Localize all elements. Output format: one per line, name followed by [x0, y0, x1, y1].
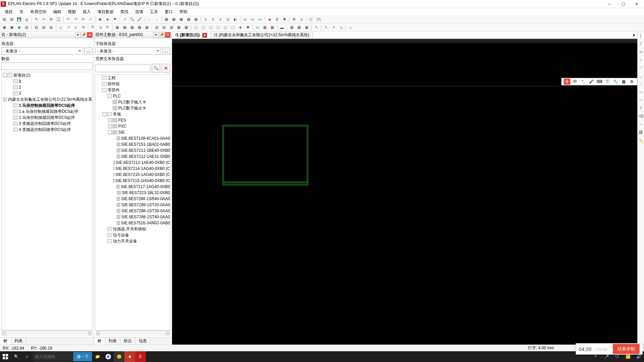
- tb-anchor-icon[interactable]: ◈: [104, 16, 111, 23]
- tree-item[interactable]: 动力开关设备: [96, 238, 170, 244]
- tb2-icon[interactable]: ▤: [40, 24, 47, 31]
- tb-back-icon[interactable]: ←: [146, 16, 153, 23]
- scrollbar-h[interactable]: [1, 330, 92, 336]
- stop-recording-button[interactable]: 结束录制: [613, 344, 640, 354]
- filter-select[interactable]: - 未激活 -: [1, 47, 83, 55]
- tb2-icon[interactable]: ▦: [136, 24, 143, 31]
- tb2-icon[interactable]: ▥: [153, 24, 160, 31]
- tree-toggle-icon[interactable]: -: [3, 97, 5, 101]
- tb2-icon[interactable]: ◈: [237, 24, 244, 31]
- menu-page[interactable]: 页: [16, 8, 27, 15]
- search-icon[interactable]: 🔍: [11, 351, 22, 362]
- tab-combo[interactable]: 组合: [120, 337, 135, 345]
- tree-toggle-icon[interactable]: -: [3, 73, 7, 77]
- tb-undo-icon[interactable]: ↶: [65, 16, 72, 23]
- tb2-icon[interactable]: ⇲: [97, 24, 104, 31]
- menu-insert[interactable]: 插入: [79, 8, 94, 15]
- tb2-icon[interactable]: ▩: [269, 24, 276, 31]
- tb2-icon[interactable]: ✱: [244, 24, 251, 31]
- tree-item[interactable]: SIE.6ES7217-1AG40-0XB0: [96, 184, 170, 190]
- tb-snap4-icon[interactable]: Ω: [225, 16, 231, 23]
- vtb-dim-icon[interactable]: ↔: [638, 121, 644, 128]
- tb2-icon[interactable]: ▦: [144, 24, 150, 31]
- taskbar-search[interactable]: [33, 352, 73, 361]
- tree-item[interactable]: -内蒙古永和氟化工有限公司2×22.5m³h高纯水系: [2, 96, 92, 102]
- tb-open-icon[interactable]: ▤: [8, 16, 15, 23]
- tb-color1-icon[interactable]: ■: [266, 16, 273, 23]
- ime-grid-icon[interactable]: ▦: [620, 79, 627, 85]
- tb-grid5-icon[interactable]: ▦: [193, 16, 199, 23]
- vtb-text-icon[interactable]: T: [638, 105, 644, 111]
- tb-color2-icon[interactable]: Ꭿ: [274, 16, 280, 23]
- tb2-icon[interactable]: ▢: [230, 24, 236, 31]
- tb-view3-icon[interactable]: ▭: [256, 16, 263, 23]
- tab-info[interactable]: 信息: [135, 337, 151, 345]
- panel-dropdown-icon[interactable]: ▾: [75, 32, 80, 38]
- ime-skin-icon[interactable]: 👕: [604, 79, 611, 85]
- tree-item[interactable]: SIE.6ES7215-1HG40-0XB0 (C: [96, 178, 170, 184]
- tb-edit-icon[interactable]: ✎: [33, 16, 40, 23]
- vtb-arc-icon[interactable]: ◠: [638, 64, 644, 71]
- value-input[interactable]: [1, 62, 92, 70]
- tb2-icon[interactable]: ▤: [33, 24, 40, 31]
- doc-tab-close-icon[interactable]: ✕: [202, 33, 207, 38]
- tree-toggle-icon[interactable]: -: [103, 112, 107, 116]
- tb2-icon[interactable]: ▦: [288, 24, 295, 31]
- tb2-icon[interactable]: ▢: [222, 24, 229, 31]
- tb-cart-icon[interactable]: 🛒: [308, 16, 315, 23]
- tree-item[interactable]: SIE.6ES7215-1AG40-0XB0 (C: [96, 172, 170, 178]
- tree-item[interactable]: 2 马保控制抽屉回路带DCS起停: [2, 115, 92, 121]
- tree-item[interactable]: SIE.6ES7288-1ST20-0AA0: [96, 202, 170, 208]
- vtb-arc2-icon[interactable]: ◡: [638, 73, 644, 79]
- tree-toggle-icon[interactable]: -: [108, 130, 112, 134]
- tb2-icon[interactable]: ↙: [72, 24, 79, 31]
- tb-grid2-icon[interactable]: ▦: [170, 16, 177, 23]
- tb2-icon[interactable]: ▩: [175, 24, 182, 31]
- tb-view1-icon[interactable]: ▭: [242, 16, 248, 23]
- tb2-icon[interactable]: ▬: [279, 24, 285, 31]
- tb2-icon[interactable]: ▣: [8, 24, 15, 31]
- vtb-erase-icon[interactable]: ⌫: [638, 113, 644, 120]
- tree-item[interactable]: SIE.6ES7288-1ST30-0AA0: [96, 208, 170, 214]
- tb-snap3-icon[interactable]: #: [217, 16, 224, 23]
- tb2-icon[interactable]: ⟐: [347, 24, 354, 31]
- tree-item[interactable]: PLC数字输出卡: [96, 105, 170, 111]
- tab-list[interactable]: 列表: [11, 337, 26, 345]
- tree-item[interactable]: -SIE: [96, 129, 170, 135]
- explorer-icon[interactable]: 📁: [92, 351, 103, 362]
- tb2-icon[interactable]: ▩: [183, 24, 190, 31]
- menu-projectdata[interactable]: 项目数据: [94, 8, 117, 15]
- menu-options[interactable]: 选项: [132, 8, 147, 15]
- minimize-button[interactable]: ─: [603, 0, 616, 8]
- tb-grid1-icon[interactable]: ▦: [163, 16, 170, 23]
- menu-project[interactable]: 项目: [1, 8, 16, 15]
- tree-item[interactable]: SIE.6ES7214-1AG40-0XB0 (C: [96, 166, 170, 172]
- tab-tree[interactable]: 树: [94, 337, 105, 345]
- start-button[interactable]: [0, 351, 11, 362]
- taskbar-search-button[interactable]: 搜一下: [73, 352, 92, 361]
- menu-layout[interactable]: 布局空间: [27, 8, 50, 15]
- vtb-measure-icon[interactable]: 📏: [638, 137, 644, 144]
- tb2-icon[interactable]: ▦: [114, 24, 121, 31]
- tb-format-icon[interactable]: ✓: [87, 16, 94, 23]
- tb-paste-icon[interactable]: 📋: [55, 16, 62, 23]
- menu-window[interactable]: 窗口: [161, 8, 176, 15]
- tb-snap2-icon[interactable]: #: [210, 16, 216, 23]
- vtb-line-icon[interactable]: │: [638, 32, 644, 39]
- tb-view2-icon[interactable]: ▭: [249, 16, 256, 23]
- tb2-icon[interactable]: ▥: [168, 24, 175, 31]
- tree-item[interactable]: SIE.6ES7211-1BE40-0XB0: [96, 147, 170, 153]
- tree-item[interactable]: -新项目(2): [2, 72, 92, 78]
- menu-view[interactable]: 视图: [65, 8, 79, 15]
- ie-icon[interactable]: e: [22, 351, 32, 362]
- tree-item[interactable]: -常规: [96, 111, 170, 117]
- tb2-icon[interactable]: ▣: [16, 24, 23, 31]
- tree-item[interactable]: 1 马保控制抽屉回路带DCS起停: [2, 102, 92, 108]
- tb2-icon[interactable]: ▢: [193, 24, 199, 31]
- vtb-rect-icon[interactable]: ▭: [638, 48, 644, 55]
- filter-more-button[interactable]: …: [84, 47, 92, 55]
- ime-tool-icon[interactable]: 🔧: [612, 79, 619, 85]
- tb-snap1-icon[interactable]: #: [202, 16, 209, 23]
- tb2-icon[interactable]: ↗: [65, 24, 72, 31]
- tree-item[interactable]: SIE.6ES7288-1ST40-0AA0: [96, 214, 170, 220]
